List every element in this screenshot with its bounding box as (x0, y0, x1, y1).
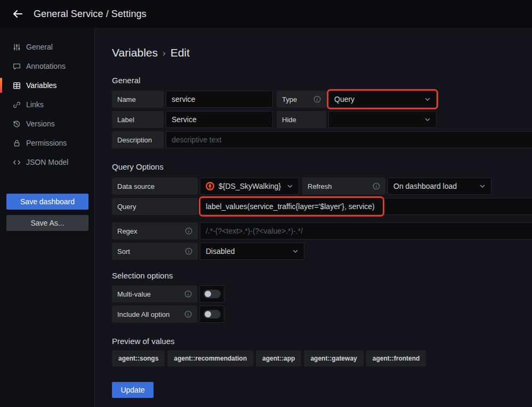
description-label: Description (112, 131, 164, 148)
datasource-refresh-row: Data source ${DS_SkyWalking} (112, 178, 532, 195)
info-icon[interactable] (373, 182, 380, 190)
breadcrumb-edit: Edit (171, 46, 190, 59)
page-title: General Service / Settings (34, 9, 147, 20)
info-icon[interactable] (184, 290, 192, 298)
multi-value-toggle[interactable] (199, 285, 224, 302)
preview-heading: Preview of values (112, 337, 532, 346)
type-label: Type (277, 91, 326, 108)
preview-value-chip: agent::recommendation (167, 350, 253, 366)
lock-icon (12, 139, 21, 147)
preview-values-list: agent::songs agent::recommendation agent… (112, 350, 532, 366)
preview-value-chip: agent::songs (112, 350, 165, 366)
breadcrumb: Variables › Edit (112, 46, 532, 60)
link-icon (12, 100, 21, 109)
name-label: Name (112, 91, 164, 108)
selection-options-heading: Selection options (112, 271, 532, 281)
include-all-label: Include All option (112, 306, 197, 323)
sidebar-item-label: Variables (26, 81, 57, 90)
chevron-down-icon (479, 183, 486, 189)
breadcrumb-variables[interactable]: Variables (112, 46, 158, 59)
query-label: Query (112, 198, 198, 215)
sidebar-item-label: Links (26, 100, 44, 109)
include-all-row: Include All option (112, 306, 532, 323)
grid-icon (12, 81, 21, 90)
save-as-button[interactable]: Save As... (6, 215, 88, 231)
sort-row: Sort Disabled (112, 243, 532, 260)
breadcrumb-separator: › (163, 47, 166, 59)
comment-icon (12, 62, 21, 70)
grafana-dashboard-settings-page: General Service / Settings General Annot… (0, 0, 532, 407)
sidebar-item-permissions[interactable]: Permissions (0, 133, 94, 153)
info-icon[interactable] (185, 227, 192, 235)
sidebar-item-general[interactable]: General (0, 37, 94, 57)
label-label: Label (112, 111, 164, 128)
type-select[interactable]: Query (328, 91, 437, 108)
query-row: Query label_values(service_traffic{layer… (112, 198, 532, 215)
sidebar-item-label: Annotations (26, 62, 66, 70)
hide-select[interactable] (328, 111, 437, 128)
description-input[interactable] (166, 131, 532, 148)
chevron-down-icon (287, 183, 293, 189)
data-source-select[interactable]: ${DS_SkyWalking} (200, 178, 299, 195)
refresh-select[interactable]: On dashboard load (388, 178, 491, 195)
general-heading: General (112, 76, 532, 85)
page-header: General Service / Settings (0, 0, 532, 28)
include-all-toggle[interactable] (199, 306, 224, 323)
sliders-icon (12, 43, 21, 51)
sort-label: Sort (112, 243, 198, 260)
preview-value-chip: agent::frontend (366, 350, 426, 366)
sidebar-item-label: JSON Model (26, 158, 68, 166)
multi-value-row: Multi-value (112, 285, 532, 302)
multi-value-label: Multi-value (112, 285, 197, 302)
regex-row: Regex (112, 222, 532, 240)
settings-content: Variables › Edit General Name Type Query (95, 28, 532, 407)
save-dashboard-button[interactable]: Save dashboard (6, 194, 88, 210)
update-button[interactable]: Update (112, 382, 154, 398)
regex-label: Regex (112, 222, 198, 240)
description-row: Description (112, 131, 532, 148)
sidebar-item-label: General (26, 43, 53, 51)
refresh-label: Refresh (302, 178, 385, 195)
back-button[interactable] (9, 5, 27, 23)
code-icon (12, 158, 21, 166)
prometheus-datasource-icon (206, 182, 214, 190)
chevron-down-icon (424, 116, 431, 123)
sidebar-item-annotations[interactable]: Annotations (0, 57, 94, 76)
name-input[interactable] (166, 91, 273, 108)
regex-input[interactable] (200, 222, 532, 240)
label-input[interactable] (166, 111, 273, 128)
info-icon[interactable] (185, 248, 192, 255)
name-type-row: Name Type Query (112, 91, 532, 108)
label-hide-row: Label Hide (112, 111, 532, 128)
query-options-heading: Query Options (112, 162, 532, 172)
sidebar-item-label: Permissions (26, 139, 67, 147)
info-icon[interactable] (313, 95, 321, 103)
info-icon[interactable] (184, 310, 192, 318)
preview-value-chip: agent::app (256, 350, 301, 366)
arrow-left-icon (12, 8, 23, 20)
sidebar-item-label: Versions (26, 119, 55, 128)
preview-value-chip: agent::gateway (304, 350, 363, 366)
data-source-label: Data source (112, 178, 198, 195)
sort-select[interactable]: Disabled (200, 243, 304, 260)
sidebar-item-json-model[interactable]: JSON Model (0, 153, 94, 172)
settings-sidebar: General Annotations Variables (0, 28, 95, 407)
query-input[interactable]: label_values(service_traffic{layer='$lay… (200, 198, 532, 215)
history-icon (12, 119, 21, 128)
sidebar-item-versions[interactable]: Versions (0, 114, 94, 133)
sidebar-item-variables[interactable]: Variables (0, 76, 94, 95)
chevron-down-icon (424, 96, 431, 102)
chevron-down-icon (292, 248, 299, 254)
sidebar-item-links[interactable]: Links (0, 95, 94, 114)
hide-label: Hide (277, 111, 326, 128)
